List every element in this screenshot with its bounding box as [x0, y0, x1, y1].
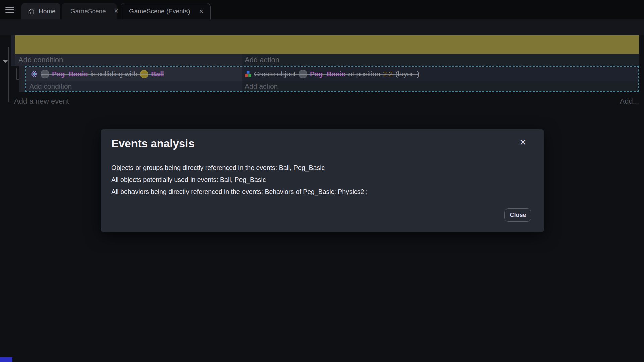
toolbar: Preview Publish — [0, 19, 644, 35]
event-condition[interactable]: Peg_Basic is colliding with Ball — [26, 67, 242, 81]
collapse-arrow-icon[interactable] — [3, 60, 8, 63]
status-corner-indicator — [0, 357, 12, 362]
add-condition-placeholder[interactable]: Add condition — [15, 54, 242, 66]
events-analysis-dialog: Events analysis ✕ Objects or groups bein… — [101, 129, 544, 232]
tree-line — [16, 68, 17, 80]
action-coords: 2;2 — [383, 70, 393, 78]
add-action-placeholder[interactable]: Add action — [242, 81, 638, 91]
home-icon — [28, 8, 35, 15]
event-drag-handle[interactable] — [11, 35, 15, 66]
close-icon[interactable]: ✕ — [519, 138, 527, 147]
condition-object2: Ball — [151, 70, 164, 78]
condition-text: Peg_Basic is colliding with Ball — [41, 70, 164, 78]
peg-basic-object-icon — [299, 70, 307, 78]
tree-line — [8, 47, 9, 102]
action-suffix: (layer: ) — [395, 70, 419, 78]
add-event-button[interactable]: Add... — [614, 97, 639, 106]
tab-gamescene-events[interactable]: GameScene (Events) ✕ — [121, 3, 211, 19]
add-condition-placeholder[interactable]: Add condition — [26, 81, 242, 91]
close-button[interactable]: Close — [504, 208, 531, 222]
selected-event[interactable]: Peg_Basic is colliding with Ball — [25, 66, 639, 92]
action-text: Create object Peg_Basic at position 2;2 … — [254, 70, 419, 78]
action-object: Peg_Basic — [310, 70, 345, 78]
event-action[interactable]: Create object Peg_Basic at position 2;2 … — [242, 67, 638, 81]
highlighted-event-bar[interactable] — [15, 35, 639, 54]
tab-home[interactable]: Home — [21, 3, 60, 19]
condition-verb: is colliding with — [90, 70, 137, 78]
tab-label: GameScene — [70, 8, 106, 15]
create-object-icon — [244, 70, 252, 78]
action-middle: at position — [348, 70, 380, 78]
analysis-line: All behaviors being directly referenced … — [111, 186, 368, 198]
tab-gamescene[interactable]: GameScene ✕ — [62, 3, 117, 19]
tree-line — [8, 102, 13, 102]
analysis-line: Objects or groups being directly referen… — [111, 162, 368, 174]
close-icon[interactable]: ✕ — [199, 9, 204, 14]
tab-label: Home — [39, 8, 56, 15]
add-action-placeholder[interactable]: Add action — [242, 54, 639, 66]
tab-bar: Home GameScene ✕ GameScene (Events) ✕ — [0, 0, 644, 19]
analysis-line: All objects potentially used in events: … — [111, 174, 368, 186]
menu-icon[interactable] — [5, 7, 14, 13]
dialog-title: Events analysis — [111, 137, 195, 150]
ball-object-icon — [140, 70, 148, 78]
add-new-event-link[interactable]: Add a new event — [14, 97, 69, 106]
tab-label: GameScene (Events) — [129, 8, 190, 15]
event-row: Peg_Basic is colliding with Ball — [26, 67, 638, 81]
action-verb: Create object — [254, 70, 296, 78]
condition-object1: Peg_Basic — [52, 70, 88, 78]
close-icon[interactable]: ✕ — [114, 8, 119, 14]
subevent-drag-handle[interactable] — [19, 66, 25, 92]
dialog-body: Objects or groups being directly referen… — [111, 162, 368, 198]
event-row-footer: Add condition Add action — [26, 81, 638, 91]
peg-basic-object-icon — [41, 70, 49, 78]
physics-behavior-icon — [31, 70, 38, 78]
